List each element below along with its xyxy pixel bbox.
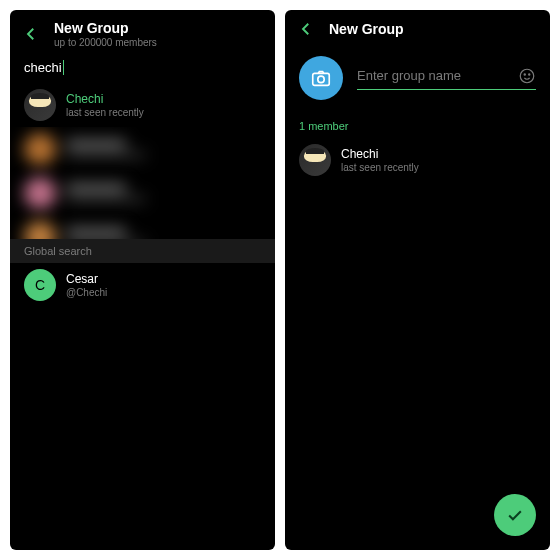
group-name-placeholder: Enter group name: [357, 68, 518, 83]
svg-point-1: [318, 76, 324, 82]
contact-sub: last seen recently: [66, 107, 144, 118]
contact-info: Chechi last seen recently: [341, 147, 419, 173]
screen-name-group: New Group Enter group name 1 member: [285, 10, 550, 550]
contact-handle: @Chechi: [66, 287, 107, 298]
page-subtitle: up to 200000 members: [54, 37, 157, 48]
avatar: [24, 89, 56, 121]
group-name-row: Enter group name: [285, 46, 550, 106]
svg-rect-0: [313, 73, 330, 85]
back-icon[interactable]: [297, 20, 315, 38]
member-row[interactable]: Chechi last seen recently: [285, 138, 550, 182]
search-value: chechi: [24, 60, 62, 75]
screen-add-members: New Group up to 200000 members chechi Ch…: [10, 10, 275, 550]
search-row: chechi: [10, 56, 275, 83]
member-name: Chechi: [341, 147, 419, 161]
member-sub: last seen recently: [341, 162, 419, 173]
page-title: New Group: [329, 21, 404, 37]
contact-info: Cesar @Chechi: [66, 272, 107, 298]
page-title: New Group: [54, 20, 157, 36]
avatar: C: [24, 269, 56, 301]
emoji-icon[interactable]: [518, 67, 536, 85]
group-name-input[interactable]: Enter group name: [357, 67, 536, 90]
header: New Group: [285, 10, 550, 46]
svg-point-4: [529, 73, 530, 74]
svg-point-2: [520, 69, 534, 83]
contact-row[interactable]: Chechi last seen recently: [10, 83, 275, 127]
set-photo-button[interactable]: [299, 56, 343, 100]
global-search-header: Global search: [10, 239, 275, 263]
text-cursor: [63, 60, 65, 75]
header-text: New Group up to 200000 members: [54, 20, 157, 48]
header: New Group up to 200000 members: [10, 10, 275, 56]
blurred-contacts: [10, 127, 275, 239]
avatar: [299, 144, 331, 176]
global-result-row[interactable]: C Cesar @Chechi: [10, 263, 275, 307]
search-input[interactable]: chechi: [24, 60, 261, 75]
member-count: 1 member: [285, 106, 550, 138]
svg-point-3: [524, 73, 525, 74]
header-text: New Group: [329, 21, 404, 37]
contact-name: Chechi: [66, 92, 144, 106]
back-icon[interactable]: [22, 25, 40, 43]
confirm-fab[interactable]: [494, 494, 536, 536]
contact-info: Chechi last seen recently: [66, 92, 144, 118]
contact-name: Cesar: [66, 272, 107, 286]
